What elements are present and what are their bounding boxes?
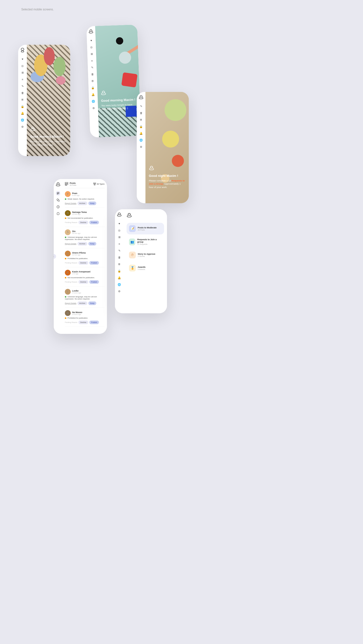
globe-icon3[interactable]: 🌐 — [139, 138, 143, 142]
dash-heart[interactable]: ♥ — [117, 221, 122, 226]
dashboard-item[interactable]: 👥 Requests to Join a group 11 Requests — [126, 236, 164, 248]
post-header: N Na Maseo 5 hours ago — [65, 310, 104, 316]
svg-rect-7 — [65, 184, 68, 184]
trash-icon[interactable]: 🗑 — [20, 91, 25, 95]
posts-header-title: Posts — [70, 182, 76, 184]
post-status: Prohibited for publication. — [65, 317, 104, 319]
posts-header: Posts 20 Posts All Types — [65, 182, 104, 188]
trash-icon3[interactable]: 🗑 — [139, 111, 143, 115]
stack-icon2[interactable]: ≡ — [90, 58, 94, 63]
dash-shield[interactable]: ⛨ — [117, 262, 122, 266]
gear-icon3[interactable]: ⚙ — [139, 145, 143, 149]
dash-globe[interactable]: 🌐 — [117, 282, 122, 287]
night-greeting: Good night Maxim ! — [149, 174, 185, 178]
night-text: Good night Maxim ! Please complete a 12 … — [149, 166, 185, 189]
bell-icon[interactable]: 🔔 — [20, 111, 25, 116]
svg-rect-1 — [57, 193, 59, 194]
edit-icon[interactable]: ✎ — [20, 84, 25, 88]
post-actions: Report Details Archive Keep — [65, 202, 104, 205]
post-time: 10 min ago — [72, 214, 87, 215]
shield-icon3[interactable]: ⛨ — [139, 118, 143, 122]
report-details-link[interactable]: Report Details — [65, 202, 76, 204]
decline-button[interactable]: Decline — [78, 280, 88, 284]
lock-icon[interactable]: 🔒 — [20, 104, 25, 108]
location-icon2[interactable]: ◎ — [89, 45, 94, 50]
heart-icon2[interactable]: ♥ — [89, 38, 94, 43]
edit-icon3[interactable]: ✎ — [139, 104, 143, 108]
publish-button[interactable]: Publish — [89, 280, 99, 284]
dashboard-item[interactable]: ⏱ Story to Approve 2 Stories — [126, 249, 164, 261]
report-details-link[interactable]: Report Details — [65, 302, 76, 304]
keep-button[interactable]: Keep — [88, 242, 96, 246]
stack-icon[interactable]: ≡ — [20, 77, 25, 82]
logo-night — [139, 95, 144, 101]
archive-button[interactable]: Archive — [78, 302, 87, 305]
dash-trash[interactable]: 🗑 — [117, 255, 122, 260]
globe-icon[interactable]: 🌐 — [20, 118, 25, 122]
morning-message: You were lucky tonight to have such a wo… — [101, 103, 137, 110]
lock-icon3[interactable]: 🔒 — [139, 124, 143, 129]
dashboard-item-sub: 2 Stories — [138, 255, 155, 258]
post-item: O Onero Pilona 42 min ago Prohibited for… — [65, 251, 104, 267]
grid-icon[interactable]: ⊞ — [20, 70, 25, 75]
evening-text: Good evening Maxim ! Please start with P… — [30, 126, 67, 146]
heart-icon[interactable]: ♥ — [20, 57, 25, 61]
bell-icon2[interactable]: 🔔 — [91, 92, 96, 97]
decline-button[interactable]: Decline — [78, 221, 88, 224]
post-item: K Kasin Areopesani 1 hr ago Not recommen… — [65, 270, 104, 286]
decline-button[interactable]: Decline — [78, 261, 88, 265]
edit-icon2[interactable]: ✎ — [90, 65, 94, 70]
morning-logo — [101, 89, 136, 97]
dash-gear[interactable]: ⚙ — [117, 289, 122, 294]
keep-button[interactable]: Keep — [88, 302, 96, 305]
dash-edit[interactable]: ✎ — [117, 248, 122, 253]
lock-icon2[interactable]: 🔒 — [91, 86, 95, 90]
posts-filter[interactable]: All Types — [93, 183, 104, 186]
shield-icon[interactable]: ⛨ — [20, 98, 25, 102]
dashboard-item[interactable]: 🏅 Awards 5 Awards — [126, 262, 164, 274]
logo-morning — [88, 29, 94, 35]
post-header: K Kasin Areopesani 1 hr ago — [65, 270, 104, 276]
shield-icon2[interactable]: ⛨ — [90, 79, 95, 84]
dashboard-item-icon: ⏱ — [129, 252, 136, 258]
status-dot — [65, 296, 66, 298]
dash-stack[interactable]: ≡ — [117, 242, 122, 246]
gear-icon2[interactable]: ⚙ — [92, 106, 96, 110]
phone-card-morning: ♥ ◎ ⊞ ≡ ✎ 🗑 ⛨ 🔒 🔔 🌐 ⚙ Good morning — [86, 24, 141, 138]
trash-icon2[interactable]: 🗑 — [90, 72, 95, 77]
dash-location[interactable]: ◎ — [117, 228, 122, 232]
gear-icon[interactable]: ⚙ — [20, 124, 25, 129]
post-avatar: O — [65, 251, 71, 256]
post-actions: Pending Reason Decline Publish — [65, 280, 104, 284]
posts-header-icon — [65, 182, 68, 186]
decline-button[interactable]: Decline — [78, 320, 88, 324]
logo-posts — [56, 182, 60, 188]
publish-button[interactable]: Publish — [89, 221, 99, 224]
dash-bell[interactable]: 🔔 — [117, 276, 122, 280]
posts-sidebar-icon4[interactable] — [56, 212, 60, 216]
posts-sidebar-icon2[interactable] — [56, 198, 60, 202]
keep-button[interactable]: Keep — [88, 202, 96, 205]
pending-label: Pending Reason — [65, 262, 78, 264]
globe-icon2[interactable]: 🌐 — [91, 99, 96, 104]
report-details-link[interactable]: Report Details — [65, 243, 76, 245]
dash-grid[interactable]: ⊞ — [117, 235, 122, 239]
dash-lock[interactable]: 🔒 — [117, 269, 122, 273]
location-icon[interactable]: ◎ — [20, 64, 25, 68]
posts-sidebar-icon1[interactable] — [56, 191, 60, 196]
post-avatar: N — [65, 310, 71, 316]
grid-icon2[interactable]: ⊞ — [90, 52, 94, 56]
dashboard-item[interactable]: 📝 Posts to Moderate 20 Posts — [126, 223, 164, 234]
status-dot — [65, 318, 66, 319]
morning-text: Good morning Maxim ! You were lucky toni… — [101, 89, 137, 110]
archive-button[interactable]: Archive — [78, 202, 87, 205]
bell-icon3[interactable]: 🔔 — [139, 131, 143, 136]
phone-card-evening: ♥ ◎ ⊞ ≡ ✎ 🗑 ⛨ 🔒 🔔 🌐 ⚙ Good — [18, 45, 70, 156]
publish-button[interactable]: Publish — [89, 320, 99, 324]
posts-sidebar-icon3[interactable] — [56, 205, 60, 209]
post-user-info: Looke 3 hours ago — [72, 290, 81, 294]
post-item: N Na Maseo 5 hours ago Prohibited for pu… — [65, 310, 104, 327]
publish-button[interactable]: Publish — [89, 261, 99, 265]
archive-button[interactable]: Archive — [78, 242, 87, 246]
post-name: Namaga Tema — [72, 211, 87, 214]
